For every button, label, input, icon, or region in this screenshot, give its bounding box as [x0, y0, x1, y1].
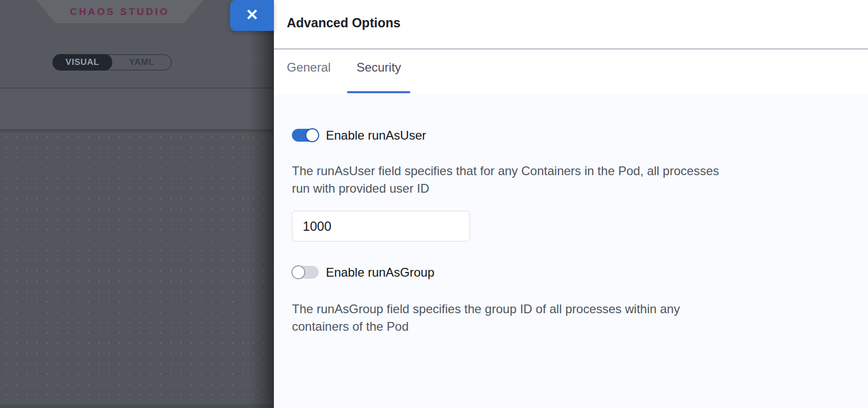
runasuser-toggle-row: Enable runAsUser — [292, 128, 847, 142]
chaos-studio-banner: CHAOS STUDIO — [36, 0, 203, 23]
runasuser-description: The runAsUser field specifies that for a… — [292, 162, 812, 197]
enable-runasgroup-label: Enable runAsGroup — [326, 265, 435, 280]
drawer-edge-shadow — [249, 0, 274, 408]
chaos-studio-screen: CHAOS STUDIO VISUAL YAML ✕ Advanced Opti… — [0, 0, 868, 408]
security-tab-content: Enable runAsUser The runAsUser field spe… — [274, 94, 868, 408]
experiment-canvas — [0, 129, 274, 408]
canvas-footer-strip — [0, 404, 274, 408]
tab-general[interactable]: General — [277, 49, 340, 94]
enable-runasuser-label: Enable runAsUser — [326, 128, 426, 143]
visual-yaml-toggle[interactable]: VISUAL YAML — [53, 54, 172, 71]
runasgroup-description: The runAsGroup field specifies the group… — [292, 300, 812, 335]
chaos-studio-banner-label: CHAOS STUDIO — [70, 6, 170, 18]
visual-tab-label: VISUAL — [65, 57, 99, 67]
enable-runasgroup-toggle-knob — [291, 265, 305, 279]
canvas-top-shadow — [0, 129, 274, 133]
yaml-tab-label: YAML — [129, 57, 154, 67]
studio-toolbar — [0, 89, 274, 129]
yaml-tab[interactable]: YAML — [112, 55, 171, 70]
drawer-close-button[interactable]: ✕ — [230, 0, 274, 31]
runasgroup-toggle-row: Enable runAsGroup — [292, 265, 847, 279]
enable-runasuser-toggle[interactable] — [292, 129, 319, 142]
drawer-header: Advanced Options — [274, 0, 868, 49]
tab-security[interactable]: Security — [347, 49, 410, 94]
visual-tab[interactable]: VISUAL — [53, 54, 112, 71]
dimmed-background: CHAOS STUDIO VISUAL YAML — [0, 0, 274, 408]
advanced-options-drawer: Advanced Options General Security Enable… — [274, 0, 868, 408]
enable-runasgroup-toggle[interactable] — [292, 266, 319, 279]
close-icon: ✕ — [246, 7, 258, 23]
enable-runasuser-toggle-knob — [305, 128, 319, 142]
drawer-title: Advanced Options — [287, 15, 868, 30]
drawer-tabs: General Security — [274, 49, 868, 94]
runasuser-value-input[interactable] — [292, 211, 470, 242]
